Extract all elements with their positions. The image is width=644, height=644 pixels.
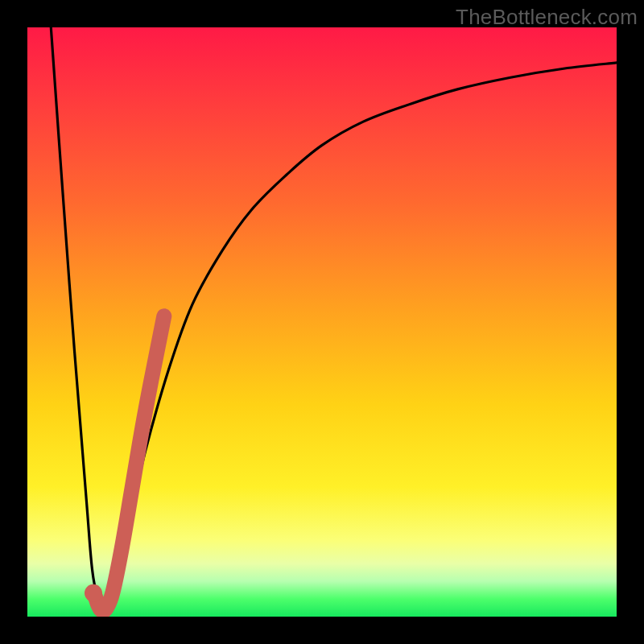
plot-area [27,27,617,617]
chart-svg [27,27,617,617]
chart-frame: TheBottleneck.com [0,0,644,644]
watermark-text: TheBottleneck.com [456,5,638,30]
highlight-knob [85,584,102,602]
curve-highlight [85,316,164,611]
highlight-curve-path [95,316,164,611]
curve-main [51,27,617,611]
main-curve-path [51,27,617,611]
